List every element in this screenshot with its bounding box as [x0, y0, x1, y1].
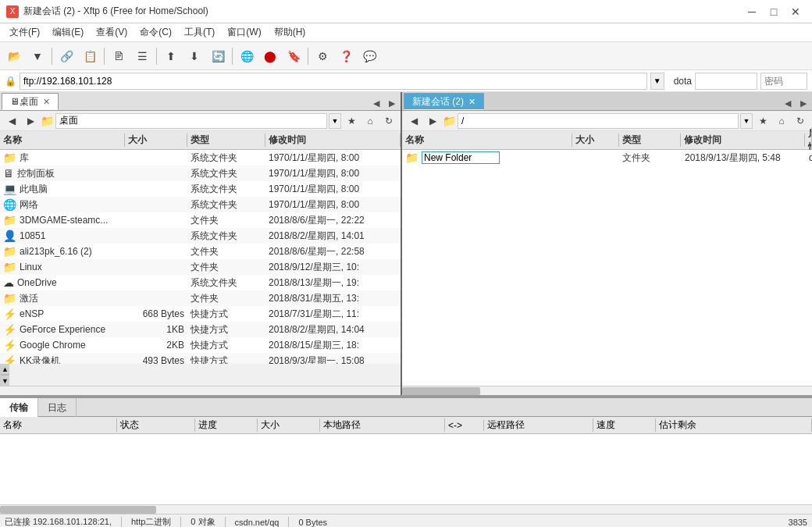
toolbar-copy-btn[interactable]: 🔗 [55, 45, 77, 67]
toolbar-chat-btn[interactable]: 💬 [358, 45, 380, 67]
table-row[interactable]: 📁 库 系统文件夹 1970/1/1/星期四, 8:00 [0, 150, 401, 166]
table-row[interactable]: 📁 文件夹 2018/9/13/星期四, 5:48 drwxr-xr [402, 150, 812, 166]
right-refresh-btn[interactable]: ↻ [792, 113, 809, 129]
table-row[interactable]: ⚡ KK录像机 493 Bytes 快捷方式 2018/9/3/星期一, 15:… [0, 353, 401, 364]
menu-item-V[interactable]: 查看(V) [90, 24, 134, 41]
table-row[interactable]: 📁 ali213pk_6.16 (2) 文件夹 2018/8/6/星期一, 22… [0, 244, 401, 259]
tcol-status[interactable]: 状态 [117, 418, 195, 432]
server-input[interactable] [695, 73, 757, 90]
toolbar-open-btn[interactable]: 📂 [3, 45, 25, 67]
transfer-hscrollbar[interactable] [0, 504, 812, 514]
table-row[interactable]: ☁ OneDrive 系统文件夹 2018/8/13/星期一, 19: [0, 275, 401, 290]
tcol-size[interactable]: 大小 [258, 418, 320, 432]
left-back-btn[interactable]: ◀ [3, 113, 20, 129]
right-bookmark-btn[interactable]: ★ [754, 113, 771, 129]
left-tab-label: 桌面 [20, 95, 38, 109]
right-nav-next[interactable]: ▶ [796, 96, 810, 110]
left-panel-toolbar: ◀ ▶ 📁 ▼ ★ ⌂ ↻ [0, 111, 401, 131]
right-panel-tab[interactable]: 新建会话 (2) ✕ [404, 93, 484, 110]
right-path-dropdown[interactable]: ▼ [740, 113, 753, 129]
window-title: 新建会话 (2) - Xftp 6 (Free for Home/School) [23, 5, 742, 18]
table-row[interactable]: 👤 10851 系统文件夹 2018/8/2/星期四, 14:01 [0, 228, 401, 244]
left-col-size[interactable]: 大小 [125, 134, 187, 147]
right-tab-close[interactable]: ✕ [468, 97, 475, 107]
right-path-input[interactable] [458, 113, 739, 129]
rename-input[interactable] [422, 151, 500, 164]
menu-item-W[interactable]: 窗口(W) [221, 24, 267, 41]
left-path-input[interactable] [55, 113, 327, 129]
toolbar-arrow-btn[interactable]: ▼ [27, 45, 48, 67]
left-path-dropdown[interactable]: ▼ [329, 113, 341, 129]
tcol-progress[interactable]: 进度 [195, 418, 258, 432]
right-home-btn[interactable]: ⌂ [773, 113, 790, 129]
toolbar-upload-btn[interactable]: ⬆ [160, 45, 182, 67]
left-scroll-down[interactable]: ▼ [1, 375, 9, 386]
left-bookmark-btn[interactable]: ★ [343, 113, 360, 129]
file-type-cell: 快捷方式 [187, 323, 265, 336]
left-forward-btn[interactable]: ▶ [22, 113, 39, 129]
file-modified-cell: 2018/8/15/星期三, 18: [265, 339, 401, 352]
tcol-remain[interactable]: 估计剩余 [656, 418, 812, 432]
menu-item-F[interactable]: 文件(F) [3, 24, 46, 41]
tcol-local[interactable]: 本地路径 [320, 418, 445, 432]
left-col-modified[interactable]: 修改时间 [265, 134, 401, 147]
table-row[interactable]: 📁 激活 文件夹 2018/8/31/星期五, 13: [0, 290, 401, 306]
right-col-modified[interactable]: 修改时间 [681, 134, 805, 147]
toolbar-stop-btn[interactable]: ⬤ [259, 45, 281, 67]
left-tab-close[interactable]: ✕ [43, 97, 50, 107]
table-row[interactable]: 📁 Linux 文件夹 2018/9/12/星期三, 10: [0, 259, 401, 275]
password-input[interactable] [760, 73, 807, 90]
toolbar-help-btn[interactable]: ❓ [335, 45, 357, 67]
transfer-tab-log[interactable]: 日志 [38, 398, 77, 417]
address-input[interactable] [20, 73, 647, 90]
toolbar-list-btn[interactable]: ☰ [131, 45, 153, 67]
right-hscrollbar[interactable] [402, 386, 812, 395]
file-name-label: OneDrive [17, 277, 57, 288]
tcol-arrow[interactable]: <-> [445, 420, 484, 431]
transfer-tab-transfer[interactable]: 传输 [0, 398, 38, 417]
menu-item-C[interactable]: 命令(C) [134, 24, 178, 41]
minimize-button[interactable]: ─ [742, 3, 762, 20]
toolbar-bookmark-btn[interactable]: 🔖 [283, 45, 304, 67]
toolbar-sync-btn[interactable]: 🔄 [207, 45, 229, 67]
table-row[interactable]: ⚡ eNSP 668 Bytes 快捷方式 2018/7/31/星期二, 11: [0, 306, 401, 322]
menu-item-E[interactable]: 编辑(E) [46, 24, 90, 41]
table-row[interactable]: 🌐 网络 系统文件夹 1970/1/1/星期四, 8:00 [0, 197, 401, 212]
tcol-speed[interactable]: 速度 [593, 418, 656, 432]
left-scroll-up[interactable]: ▲ [1, 364, 9, 375]
right-col-name[interactable]: 名称 [402, 134, 572, 147]
toolbar-download-btn[interactable]: ⬇ [183, 45, 205, 67]
left-nav-prev[interactable]: ◀ [369, 96, 383, 110]
right-nav-prev[interactable]: ◀ [781, 96, 795, 110]
left-vscrollbar[interactable]: ▲ ▼ [0, 364, 9, 386]
menu-item-H[interactable]: 帮助(H) [268, 24, 312, 41]
close-button[interactable]: ✕ [785, 3, 806, 20]
right-col-size[interactable]: 大小 [572, 134, 619, 147]
toolbar-paste-btn[interactable]: 📋 [79, 45, 101, 67]
left-panel-tab[interactable]: 🖥 桌面 ✕ [2, 93, 59, 110]
right-col-type[interactable]: 类型 [619, 134, 681, 147]
left-home-btn[interactable]: ⌂ [361, 113, 379, 129]
table-row[interactable]: 🖥 控制面板 系统文件夹 1970/1/1/星期四, 8:00 [0, 166, 401, 181]
google-chrome-row[interactable]: ⚡ Google Chrome 2KB 快捷方式 2018/8/15/星期三, … [0, 337, 401, 353]
tcol-name[interactable]: 名称 [0, 418, 117, 432]
left-nav-next[interactable]: ▶ [385, 96, 399, 110]
toolbar-globe-btn[interactable]: 🌐 [236, 45, 258, 67]
right-forward-btn[interactable]: ▶ [424, 113, 441, 129]
table-row[interactable]: 💻 此电脑 系统文件夹 1970/1/1/星期四, 8:00 [0, 181, 401, 197]
left-hscrollbar[interactable] [0, 386, 401, 395]
table-row[interactable]: 📁 3DMGAME-steamc... 文件夹 2018/8/6/星期一, 22… [0, 212, 401, 228]
left-col-name[interactable]: 名称 [0, 134, 125, 147]
toolbar-view-btn[interactable]: 🖹 [108, 45, 130, 67]
toolbar-settings-btn[interactable]: ⚙ [312, 45, 333, 67]
right-back-btn[interactable]: ◀ [405, 113, 422, 129]
left-refresh-btn[interactable]: ↻ [380, 113, 397, 129]
tcol-remote[interactable]: 远程路径 [484, 418, 593, 432]
address-dropdown[interactable]: ▼ [650, 73, 664, 90]
table-row[interactable]: ⚡ GeForce Experience 1KB 快捷方式 2018/8/2/星… [0, 322, 401, 337]
restore-button[interactable]: □ [764, 3, 784, 20]
file-name-cell: 💻 此电脑 [0, 183, 125, 196]
status-connected: 已连接 192.168.101.128:21, [5, 516, 112, 527]
left-col-type[interactable]: 类型 [187, 134, 265, 147]
menu-item-T[interactable]: 工具(T) [178, 24, 221, 41]
